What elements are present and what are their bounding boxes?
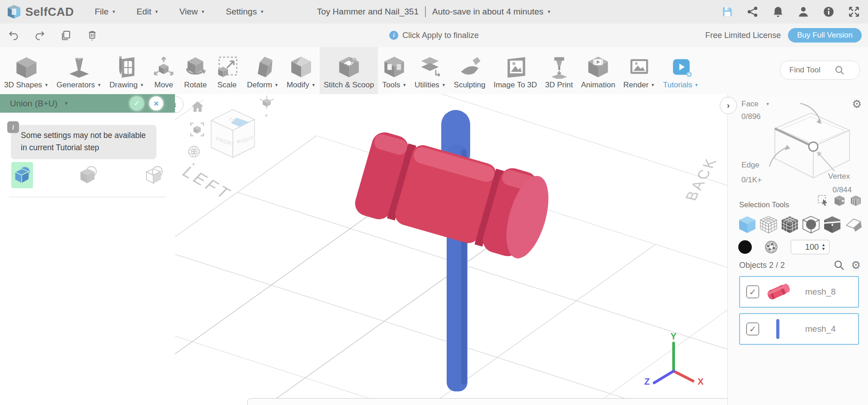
search-icon[interactable] xyxy=(834,260,844,271)
axis-view-caret-icon[interactable] xyxy=(264,113,269,118)
axis-gizmo: Y X Z xyxy=(644,331,704,386)
fullscreen-icon[interactable] xyxy=(848,6,860,18)
tool-generators[interactable]: Generators xyxy=(52,47,105,94)
tool-move[interactable]: Move xyxy=(148,47,179,94)
objects-header: Objects 2 / 2 xyxy=(739,261,785,270)
view-cube[interactable]: TOP FRONT RIGHT xyxy=(209,107,256,160)
drawing-icon xyxy=(115,55,138,79)
tool-3d-print[interactable]: 3D Print xyxy=(541,47,577,94)
bottom-tutorial-bar[interactable] xyxy=(247,398,728,405)
opacity-stepper[interactable]: 100 ▲▼ xyxy=(791,240,830,254)
axis-z-label: Z xyxy=(644,376,650,386)
document-title[interactable]: Toy Hammer and Nail_351 xyxy=(317,7,419,17)
union-mode-button[interactable] xyxy=(11,162,33,188)
sphere-select-mode[interactable] xyxy=(802,215,820,233)
chevron-down-icon xyxy=(97,83,101,87)
menu-view[interactable]: View xyxy=(179,7,205,17)
solid-select-mode[interactable] xyxy=(738,215,756,233)
selection-mode-row xyxy=(738,215,863,233)
panel-divider xyxy=(9,197,166,197)
tool-rotate[interactable]: Rotate xyxy=(179,47,211,94)
generator-icon xyxy=(67,55,91,79)
wireframe-select-mode[interactable] xyxy=(760,215,778,233)
color-swatch[interactable] xyxy=(738,240,752,254)
info-icon[interactable] xyxy=(823,6,835,18)
intersection-icon xyxy=(78,165,98,185)
stepper-arrows[interactable]: ▲▼ xyxy=(821,243,826,251)
right-panel: › Face 0/896 ⚙ Edge 0/1K+ Vertex 0/844 S… xyxy=(727,94,868,405)
tool-deform[interactable]: Deform xyxy=(243,47,283,94)
tool-stitch-scoop[interactable]: Stitch & Scoop xyxy=(320,47,378,94)
autosave-menu[interactable]: Auto-save in about 4 minutes xyxy=(432,7,551,17)
search-icon[interactable] xyxy=(835,65,844,75)
tool-scale[interactable]: Scale xyxy=(211,47,243,94)
chevron-down-icon xyxy=(311,83,316,87)
striped-cube-icon[interactable] xyxy=(850,195,862,206)
tool-modify[interactable]: Modify xyxy=(283,47,320,94)
tools-icon xyxy=(382,55,406,79)
tool-label: Stitch & Scoop xyxy=(324,81,374,90)
tool-render[interactable]: Render xyxy=(619,47,659,94)
tool-label: Tools xyxy=(382,81,400,90)
grid-cube-select-mode[interactable] xyxy=(781,215,799,233)
tool-utilities[interactable]: Utilities xyxy=(410,47,450,94)
collapse-right-panel-button[interactable]: › xyxy=(720,97,737,114)
axis-view-icon[interactable] xyxy=(260,95,274,109)
object-row-mesh-8[interactable]: ✓ mesh_8 xyxy=(739,276,859,308)
tutorial-notice-text: Some settings may not be available in cu… xyxy=(21,129,150,154)
chevron-down-icon xyxy=(64,101,69,106)
object-name: mesh_4 xyxy=(805,324,836,334)
gear-icon[interactable]: ⚙ xyxy=(851,260,861,271)
marquee-select-icon[interactable] xyxy=(817,195,829,206)
difference-mode-button[interactable] xyxy=(143,162,165,188)
menu-edit[interactable]: Edit xyxy=(137,7,159,17)
rotate-icon xyxy=(184,55,207,79)
tool-label: Animation xyxy=(581,81,615,90)
object-row-mesh-4[interactable]: ✓ mesh_4 xyxy=(739,313,859,345)
selfcad-logo[interactable]: SelfCAD xyxy=(6,4,74,19)
grid-label-left: LEFT xyxy=(178,163,236,203)
tool-label: Sculpting xyxy=(454,81,486,90)
share-icon[interactable] xyxy=(747,6,759,18)
visibility-checkbox[interactable]: ✓ xyxy=(746,286,759,298)
orbit-pan-caret-icon[interactable] xyxy=(191,162,196,167)
tool-label: Deform xyxy=(247,81,272,90)
tool-animation[interactable]: Animation xyxy=(577,47,619,94)
orbit-pan-icon[interactable] xyxy=(187,145,201,158)
tool-label: Move xyxy=(155,81,174,90)
account-icon[interactable] xyxy=(797,6,809,18)
zoom-to-fit-icon[interactable] xyxy=(189,121,205,138)
close-button[interactable]: × xyxy=(149,96,163,110)
menu-file[interactable]: File xyxy=(95,7,116,17)
split-cube-select-mode[interactable] xyxy=(823,215,841,233)
viewport-3d[interactable]: LEFT BACK xyxy=(175,94,728,405)
tool-label: Utilities xyxy=(415,81,439,90)
tool-tools[interactable]: Tools xyxy=(378,47,410,94)
tool-3d-shapes[interactable]: 3D Shapes xyxy=(0,47,52,94)
tool-tutorials[interactable]: Tutorials xyxy=(659,47,703,94)
save-icon[interactable] xyxy=(722,6,733,18)
plane-select-mode[interactable] xyxy=(844,215,863,233)
intersection-mode-button[interactable] xyxy=(77,162,99,188)
home-view-icon[interactable] xyxy=(190,100,205,114)
selection-mini-tools xyxy=(817,195,862,206)
union-panel-header: Union (B+U) ✓ × xyxy=(0,94,175,113)
find-tool-search[interactable] xyxy=(780,61,860,80)
find-tool-input[interactable] xyxy=(788,65,831,75)
visibility-checkbox[interactable]: ✓ xyxy=(746,323,759,335)
menu-settings-label: Settings xyxy=(226,7,257,17)
texture-sphere-icon[interactable] xyxy=(764,240,778,254)
buy-full-version-button[interactable]: Buy Full Version xyxy=(788,28,862,43)
tool-label: Generators xyxy=(57,81,95,90)
add-selection-icon[interactable] xyxy=(834,195,845,206)
menu-settings[interactable]: Settings xyxy=(226,7,264,17)
notifications-icon[interactable] xyxy=(772,6,784,18)
info-icon: i xyxy=(7,121,19,133)
title-divider xyxy=(425,6,426,17)
apply-button[interactable]: ✓ xyxy=(130,96,144,110)
sphere-in-cube-icon xyxy=(802,215,820,233)
tool-drawing[interactable]: Drawing xyxy=(105,47,148,94)
tool-sculpting[interactable]: Sculpting xyxy=(450,47,490,94)
tool-image-to-3d[interactable]: Image To 3D xyxy=(490,47,541,94)
union-panel-title-wrap[interactable]: Union (B+U) xyxy=(10,99,69,109)
